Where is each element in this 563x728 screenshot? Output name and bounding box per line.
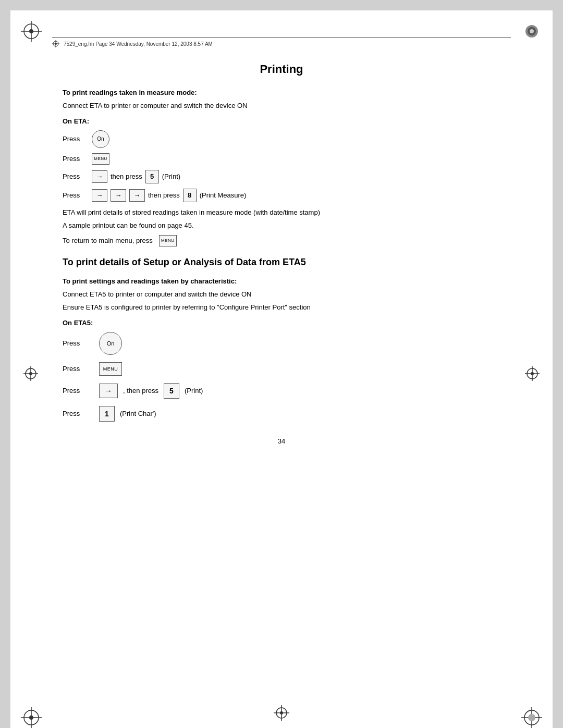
then-press-label-1: then press [111,172,142,180]
svg-point-18 [280,711,283,714]
press-row-menu: Press MENU [63,153,500,165]
page: 7529_eng.fm Page 34 Wednesday, November … [10,10,553,728]
press-label-on: Press [63,135,89,143]
arrow-button-1: → [92,170,107,183]
press-row-arrow-5: Press → then press 5 (Print) [63,170,500,183]
bottom-center-mark [274,705,289,723]
press-row-arrows-8: Press → → → then press 8 (Print Measure) [63,189,500,202]
press-label-menu-eta5: Press [63,365,94,373]
section2-step1: Connect ETA5 to printer or computer and … [63,289,500,300]
number-1-button-eta5: 1 [99,406,115,422]
right-center-mark [525,366,540,383]
then-press-label-eta5: , then press [123,387,158,394]
press-label-on-eta5: Press [63,339,94,347]
header-file-info: 7529_eng.fm Page 34 Wednesday, November … [64,41,213,47]
press-label-menu: Press [63,155,89,163]
return-row: To return to main menu, press MENU [63,235,500,246]
section1-info1: ETA will print details of stored reading… [63,207,500,218]
page-number: 34 [63,437,500,445]
number-5-button: 5 [145,170,159,183]
press-row-on: Press On [63,130,500,148]
on-eta5-label: On ETA5: [63,319,500,327]
section1: To print readings taken in measure mode:… [63,89,500,246]
then-press-label-2: then press [148,191,180,199]
section2-step2: Ensure ETA5 is configured to printer by … [63,302,500,313]
number-5-button-eta5: 5 [164,383,179,399]
corner-mark-tr [521,21,542,42]
on-eta-label: On ETA: [63,117,500,125]
arrow-button-2b: → [111,189,126,202]
section2: To print details of Setup or Analysis of… [63,257,500,422]
svg-point-22 [29,372,32,375]
number-8-button: 8 [183,189,197,202]
header-bar: 7529_eng.fm Page 34 Wednesday, November … [52,38,511,47]
section2-title: To print details of Setup or Analysis of… [63,257,500,268]
print-label-eta5: (Print) [185,387,203,394]
arrow-button-eta5: → [99,384,118,398]
press-label-arrows8: Press [63,191,89,199]
section1-step1: Connect ETA to printer or computer and s… [63,101,500,111]
press-row-on-eta5: Press On [63,332,500,355]
print-label-1: (Print) [162,172,180,180]
section2-heading: To print settings and readings taken by … [63,277,500,285]
press-label-arrow5: Press [63,172,89,180]
print-measure-label: (Print Measure) [200,191,247,199]
svg-point-30 [55,43,57,45]
section1-heading: To print readings taken in measure mode: [63,89,500,96]
svg-point-6 [530,29,534,33]
return-text-pre: To return to main menu, press [63,237,153,244]
corner-mark-bl [21,707,42,728]
corner-mark-br [521,707,542,728]
print-char-label: (Print Char') [120,410,156,417]
press-row-arrow-5-eta5: Press → , then press 5 (Print) [63,383,500,399]
corner-mark-tl [21,21,42,42]
menu-button: MENU [92,153,109,165]
press-row-menu-eta5: Press MENU [63,362,500,376]
header-crosshair-icon [52,40,59,47]
menu-button-eta5: MENU [99,362,122,376]
press-label-1-eta5: Press [63,410,94,417]
press-row-1-eta5: Press 1 (Print Char') [63,406,500,422]
svg-point-14 [528,714,535,721]
main-content: Printing To print readings taken in meas… [63,63,500,445]
page-title: Printing [63,63,500,76]
press-label-arrow5-eta5: Press [63,387,94,394]
left-center-mark [23,366,38,383]
svg-point-26 [531,372,534,375]
arrow-button-2c: → [129,189,145,202]
section1-info2: A sample printout can be found on page 4… [63,220,500,231]
return-menu-button: MENU [159,235,177,246]
svg-point-3 [29,29,33,33]
arrow-button-2a: → [92,189,107,202]
on-button-eta5: On [99,332,122,355]
svg-point-10 [29,715,33,720]
on-button: On [92,130,109,148]
